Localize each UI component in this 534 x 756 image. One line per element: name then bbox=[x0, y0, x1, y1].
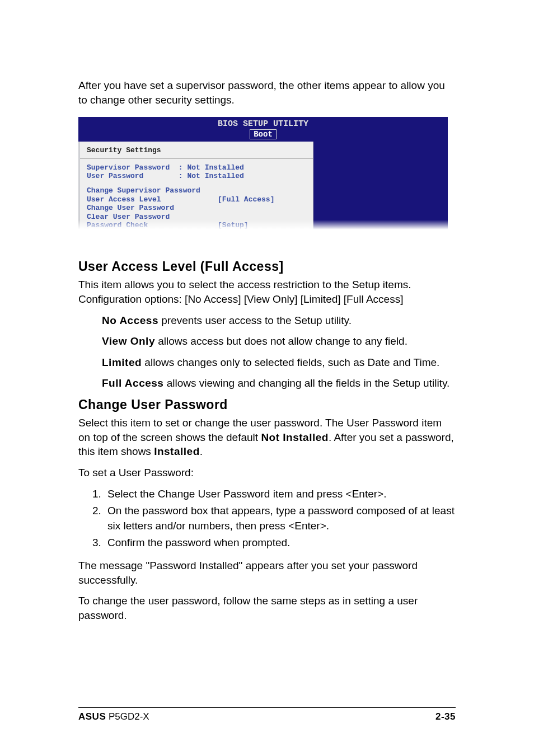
steps-list: Select the Change User Password item and… bbox=[78, 487, 456, 551]
row-label: User Access Level bbox=[87, 195, 161, 204]
model: P5GD2-X bbox=[106, 711, 149, 722]
bios-section-label: Security Settings bbox=[87, 146, 306, 155]
option-name: No Access bbox=[102, 314, 158, 326]
bios-screenshot: BIOS SETUP UTILITY Boot Security Setting… bbox=[78, 117, 448, 231]
bios-config-row: Clear User Password bbox=[87, 213, 306, 222]
heading-user-access-level: User Access Level (Full Access] bbox=[78, 259, 456, 274]
bios-config-row: Change Supervisor Password bbox=[87, 186, 306, 195]
bios-status-row: Supervisor Password : Not Installed bbox=[87, 163, 306, 172]
footer-rule bbox=[78, 707, 456, 708]
option-name: View Only bbox=[102, 335, 155, 347]
option-desc: allows access but does not allow change … bbox=[155, 335, 407, 347]
bios-config-row: Password Check [Setup] bbox=[87, 221, 306, 230]
text: . bbox=[200, 445, 203, 457]
option-limited: Limited allows changes only to selected … bbox=[102, 355, 456, 370]
change-pw-intro: Select this item to set or change the us… bbox=[78, 416, 456, 459]
heading-change-user-password: Change User Password bbox=[78, 397, 456, 412]
bios-status-row: User Password : Not Installed bbox=[87, 172, 306, 181]
row-label: Password Check bbox=[87, 221, 148, 229]
brand: ASUS bbox=[78, 711, 106, 722]
after-set-text: The message "Password Installed" appears… bbox=[78, 558, 456, 587]
row-value: [Setup] bbox=[218, 221, 249, 229]
row-label: Change Supervisor Password bbox=[87, 186, 200, 195]
row-label: Supervisor Password bbox=[87, 163, 170, 172]
option-full-access: Full Access allows viewing and changing … bbox=[102, 376, 456, 391]
page-footer: ASUS P5GD2-X 2-35 bbox=[78, 707, 456, 722]
option-desc: allows changes only to selected fields, … bbox=[142, 356, 439, 368]
bios-titlebar: BIOS SETUP UTILITY Boot bbox=[78, 117, 448, 142]
option-view-only: View Only allows access but does not all… bbox=[102, 334, 456, 349]
step-item: Select the Change User Password item and… bbox=[104, 487, 456, 502]
row-label: Clear User Password bbox=[87, 213, 170, 221]
bios-title: BIOS SETUP UTILITY bbox=[218, 119, 308, 129]
footer-brand-model: ASUS P5GD2-X bbox=[78, 711, 149, 722]
option-desc: allows viewing and changing all the fiel… bbox=[163, 377, 449, 389]
change-pw-text: To change the user password, follow the … bbox=[78, 594, 456, 622]
bios-config-row: User Access Level [Full Access] bbox=[87, 195, 306, 204]
step-item: On the password box that appears, type a… bbox=[104, 504, 456, 533]
option-desc: prevents user access to the Setup utilit… bbox=[158, 314, 352, 326]
step-item: Confirm the password when prompted. bbox=[104, 536, 456, 551]
option-name: Limited bbox=[102, 356, 142, 368]
to-set-label: To set a User Password: bbox=[78, 466, 456, 480]
bios-separator bbox=[80, 158, 313, 159]
option-no-access: No Access prevents user access to the Se… bbox=[102, 313, 456, 328]
intro-paragraph: After you have set a supervisor password… bbox=[78, 78, 456, 107]
option-name: Full Access bbox=[102, 377, 163, 389]
bios-config-row: Change User Password bbox=[87, 204, 306, 213]
row-label: Change User Password bbox=[87, 204, 174, 212]
row-label: User Password bbox=[87, 172, 143, 180]
text-bold: Installed bbox=[154, 445, 200, 457]
bios-tab-boot: Boot bbox=[250, 129, 277, 139]
row-value: [Full Access] bbox=[218, 195, 274, 204]
row-value: : Not Installed bbox=[179, 172, 244, 180]
page-number: 2-35 bbox=[435, 711, 456, 722]
bios-right-panel bbox=[313, 142, 448, 231]
bios-body: Security Settings Supervisor Password : … bbox=[78, 142, 448, 231]
row-value: : Not Installed bbox=[179, 163, 244, 172]
user-access-intro: This item allows you to select the acces… bbox=[78, 278, 456, 306]
footer-row: ASUS P5GD2-X 2-35 bbox=[78, 711, 456, 722]
text-bold: Not Installed bbox=[261, 431, 329, 443]
document-page: After you have set a supervisor password… bbox=[0, 0, 534, 756]
bios-left-panel: Security Settings Supervisor Password : … bbox=[78, 142, 313, 231]
